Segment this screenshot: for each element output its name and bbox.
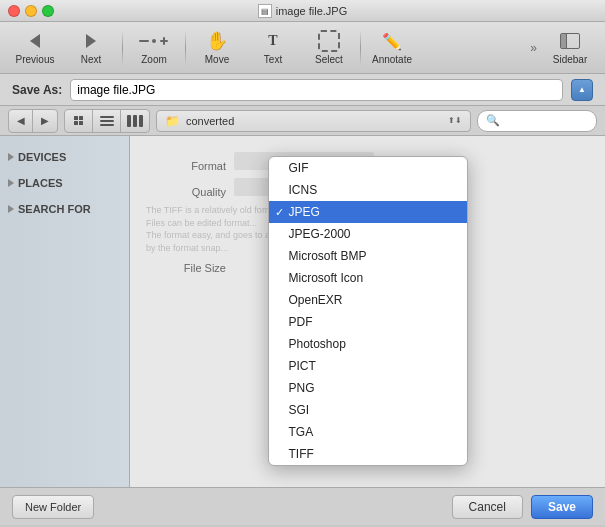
toolbar-sep-3 [360,30,361,66]
triangle-icon [8,179,14,187]
save-as-dropdown-button[interactable] [571,79,593,101]
dropdown-item-ms-icon[interactable]: Microsoft Icon [269,267,467,289]
zoom-button[interactable]: Zoom [127,26,181,70]
triangle-icon [8,153,14,161]
dropdown-item-photoshop[interactable]: Photoshop [269,333,467,355]
grid-icon [74,116,83,125]
search-icon: 🔍 [486,114,500,127]
select-button[interactable]: Select [302,26,356,70]
dropdown-item-pict[interactable]: PICT [269,355,467,377]
dropdown-item-icns[interactable]: ICNS [269,179,467,201]
folder-dropdown-arrow: ⬆⬇ [448,116,462,125]
dropdown-item-tiff[interactable]: TIFF [269,443,467,465]
dropdown-item-jpeg2000[interactable]: JPEG-2000 [269,223,467,245]
save-as-bar: Save As: [0,74,605,106]
maximize-button[interactable] [42,5,54,17]
toolbar-sep-2 [185,30,186,66]
zoom-icon [142,30,166,52]
dropdown-item-bmp[interactable]: Microsoft BMP [269,245,467,267]
dropdown-item-sgi[interactable]: SGI [269,399,467,421]
column-icon [127,115,143,127]
dropdown-overlay: GIF ICNS ✓ JPEG JPEG-2000 Microsoft BMP … [130,136,605,487]
dropdown-item-jpeg[interactable]: ✓ JPEG [269,201,467,223]
triangle-icon [8,205,14,213]
arrow-right-icon [79,30,103,52]
toolbar-expander[interactable]: » [526,37,541,59]
new-folder-button[interactable]: New Folder [12,495,94,519]
content-area: Format Quality Best The TIFF is a relati… [130,136,605,487]
cancel-button[interactable]: Cancel [452,495,523,519]
dropdown-item-tga[interactable]: TGA [269,421,467,443]
folder-selector[interactable]: 📁 converted ⬆⬇ [156,110,471,132]
sidebar-section-devices: DEVICES [0,144,129,170]
action-buttons: Cancel Save [452,495,593,519]
nav-back-button[interactable]: ◀ [9,110,33,132]
traffic-lights [8,5,54,17]
window-title: ▤ image file.JPG [258,4,348,18]
file-icon: ▤ [258,4,272,18]
view-buttons [64,109,150,133]
sidebar-button[interactable]: Sidebar [543,26,597,70]
next-button[interactable]: Next [64,26,118,70]
titlebar: ▤ image file.JPG [0,0,605,22]
hand-icon: ✋ [205,30,229,52]
nav-arrows: ◀ ▶ [8,109,58,133]
nav-bar: ◀ ▶ 📁 conve [0,106,605,136]
format-dropdown: GIF ICNS ✓ JPEG JPEG-2000 Microsoft BMP … [268,156,468,466]
sidebar-section-places: PLACES [0,170,129,196]
save-button[interactable]: Save [531,495,593,519]
sidebar-section-search: SEARCH FOR [0,196,129,222]
nav-forward-button[interactable]: ▶ [33,110,57,132]
previous-button[interactable]: Previous [8,26,62,70]
annotate-button[interactable]: ✏️ Annotate [365,26,419,70]
select-icon [317,30,341,52]
dropdown-item-gif[interactable]: GIF [269,157,467,179]
sidebar-icon [558,30,582,52]
close-button[interactable] [8,5,20,17]
main-area: DEVICES PLACES SEARCH FOR Format Quality [0,136,605,487]
dropdown-item-pdf[interactable]: PDF [269,311,467,333]
sidebar-item-devices[interactable]: DEVICES [0,148,129,166]
text-icon: T [261,30,285,52]
text-button[interactable]: T Text [246,26,300,70]
toolbar-sep-1 [122,30,123,66]
sidebar: DEVICES PLACES SEARCH FOR [0,136,130,487]
search-input[interactable] [504,115,588,127]
sidebar-item-search-for[interactable]: SEARCH FOR [0,200,129,218]
arrow-left-icon [23,30,47,52]
save-as-input[interactable] [70,79,563,101]
bottom-bar: New Folder Cancel Save [0,487,605,525]
dropdown-item-png[interactable]: PNG [269,377,467,399]
toolbar: Previous Next Zoom ✋ Move [0,22,605,74]
folder-icon: 📁 [165,114,180,128]
checkmark-icon: ✓ [275,206,284,219]
list-view-button[interactable] [93,110,121,132]
minimize-button[interactable] [25,5,37,17]
column-view-button[interactable] [121,110,149,132]
save-as-label: Save As: [12,83,62,97]
search-box[interactable]: 🔍 [477,110,597,132]
dropdown-item-openexr[interactable]: OpenEXR [269,289,467,311]
sidebar-item-places[interactable]: PLACES [0,174,129,192]
move-button[interactable]: ✋ Move [190,26,244,70]
list-icon [100,116,114,126]
grid-view-button[interactable] [65,110,93,132]
pencil-icon: ✏️ [380,30,404,52]
